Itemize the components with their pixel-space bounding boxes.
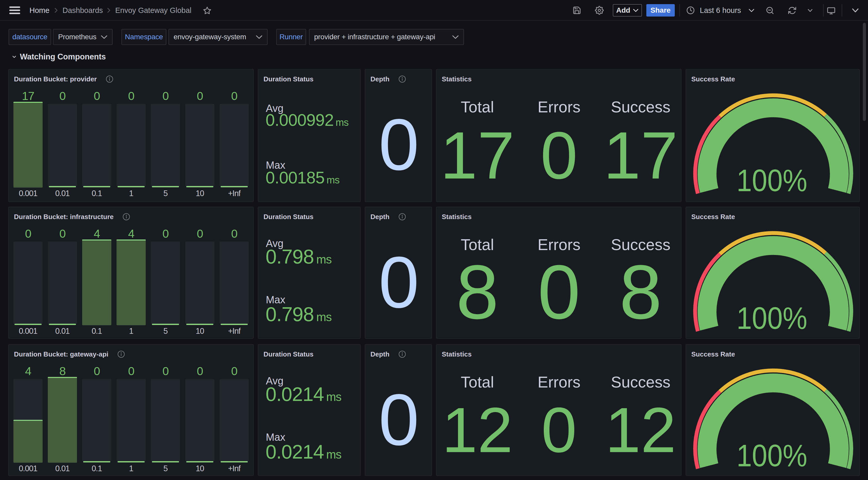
svg-text:100%: 100%: [737, 163, 807, 198]
svg-text:100%: 100%: [737, 438, 807, 473]
svg-text:100%: 100%: [737, 301, 807, 335]
